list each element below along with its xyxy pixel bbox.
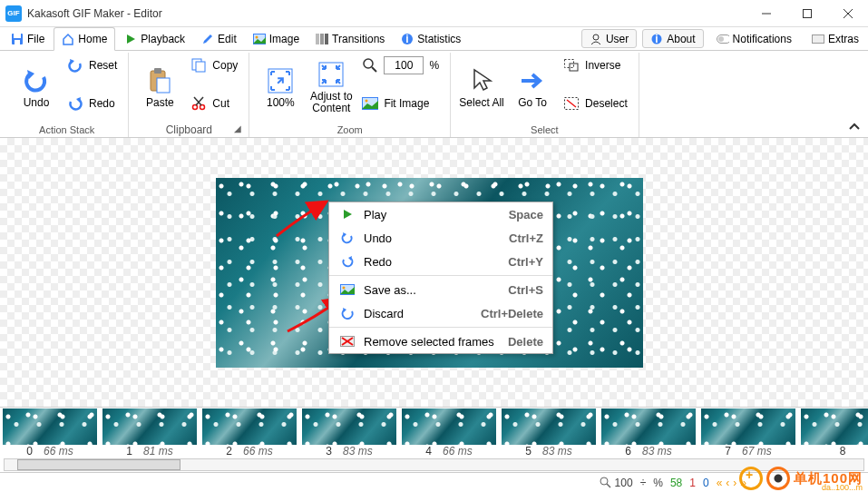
- close-button[interactable]: [827, 0, 868, 27]
- ctx-discard-label: Discard: [364, 307, 481, 320]
- frame-thumb[interactable]: 1 81 ms: [100, 408, 200, 458]
- status-divider: ÷: [640, 477, 647, 489]
- minimize-button[interactable]: [746, 0, 786, 27]
- magnifier-icon: [362, 57, 378, 74]
- copy-icon: [190, 57, 207, 74]
- ctx-play-label: Play: [364, 208, 509, 221]
- cut-button[interactable]: Cut: [187, 93, 241, 114]
- transitions-icon: [316, 33, 328, 45]
- svg-text:i: i: [406, 33, 409, 45]
- frame-thumb[interactable]: 8: [798, 408, 868, 458]
- deselect-button[interactable]: Deselect: [560, 93, 631, 114]
- ctx-separator: [329, 275, 552, 276]
- svg-rect-24: [196, 62, 205, 72]
- app-icon: GIF: [5, 5, 22, 22]
- ctx-redo[interactable]: RedoCtrl+Y: [329, 250, 552, 273]
- ctx-play[interactable]: PlaySpace: [329, 202, 552, 226]
- frame-thumb[interactable]: 0 66 ms: [0, 408, 100, 458]
- frame-duration: 83 ms: [343, 445, 373, 458]
- ctx-undo-shortcut: Ctrl+Z: [509, 231, 543, 245]
- tab-file-label: File: [27, 33, 44, 45]
- user-button[interactable]: User: [581, 29, 637, 48]
- tab-file[interactable]: File: [4, 27, 52, 50]
- frame-duration: 67 ms: [742, 445, 772, 458]
- frame-thumb[interactable]: 6 83 ms: [599, 408, 698, 458]
- frame-duration: 83 ms: [642, 445, 672, 458]
- extras-button[interactable]: Extras: [805, 29, 866, 48]
- play-icon: [124, 33, 137, 45]
- zoom-100-button[interactable]: 100%: [257, 54, 304, 120]
- zoom-row: %: [358, 54, 443, 76]
- redo-icon: [67, 95, 83, 112]
- fit-image-label: Fit Image: [384, 97, 429, 110]
- zoom-100-label: 100%: [267, 97, 295, 109]
- group-zoom: 100% Adjust to Content % Fit Image Zoom: [249, 53, 451, 137]
- paste-button[interactable]: Paste: [136, 54, 183, 120]
- frame-thumb[interactable]: 7 67 ms: [698, 408, 798, 458]
- prev-button[interactable]: ‹: [726, 477, 729, 489]
- svg-rect-9: [316, 34, 319, 44]
- clipboard-launcher[interactable]: ◢: [234, 122, 241, 136]
- tab-playback-label: Playback: [141, 33, 185, 45]
- maximize-button[interactable]: [786, 0, 827, 27]
- fit-image-button[interactable]: Fit Image: [358, 93, 443, 114]
- undo-button[interactable]: Undo: [13, 54, 60, 120]
- scrollbar-thumb[interactable]: [17, 459, 180, 470]
- remove-icon: [338, 334, 356, 349]
- ctx-redo-label: Redo: [364, 255, 508, 269]
- status-bar: 100 ÷ % 58 1 0 « ‹ › »: [0, 472, 868, 492]
- tab-transitions[interactable]: Transitions: [308, 27, 392, 50]
- frame-index: 2: [226, 445, 232, 458]
- group-clipboard-label: Clipboard: [166, 123, 212, 136]
- svg-rect-19: [812, 34, 824, 43]
- frame-thumbnail-image: [801, 408, 868, 445]
- redo-button[interactable]: Redo: [63, 93, 121, 114]
- tab-statistics[interactable]: iStatistics: [394, 27, 468, 50]
- notifications-button[interactable]: Notifications: [709, 29, 799, 48]
- svg-point-14: [593, 34, 599, 40]
- status-zoom[interactable]: 100: [600, 477, 633, 489]
- next-button[interactable]: ›: [733, 477, 736, 489]
- frame-index: 1: [126, 445, 132, 458]
- next-all-button[interactable]: »: [740, 477, 746, 489]
- context-menu: PlaySpace UndoCtrl+Z RedoCtrl+Y Save as.…: [328, 202, 553, 354]
- about-button[interactable]: iAbout: [642, 29, 703, 48]
- zoom-input[interactable]: [384, 56, 424, 74]
- frame-duration: 81 ms: [143, 445, 173, 458]
- ctx-undo-label: Undo: [364, 231, 509, 245]
- extras-label: Extras: [828, 33, 859, 45]
- tab-home[interactable]: Home: [54, 27, 115, 51]
- copy-button[interactable]: Copy: [187, 54, 241, 76]
- goto-button[interactable]: Go To: [509, 54, 556, 120]
- info-icon: i: [401, 33, 414, 45]
- tab-edit-label: Edit: [218, 33, 237, 45]
- ctx-undo[interactable]: UndoCtrl+Z: [329, 226, 552, 250]
- prev-all-button[interactable]: «: [717, 477, 723, 489]
- tab-image[interactable]: Image: [246, 27, 307, 50]
- undo-icon: [22, 66, 51, 95]
- select-all-button[interactable]: Select All: [458, 54, 505, 120]
- tab-playback[interactable]: Playback: [117, 27, 192, 50]
- svg-rect-6: [15, 40, 20, 44]
- ctx-remove-frames[interactable]: Remove selected framesDelete: [329, 330, 552, 353]
- adjust-content-button[interactable]: Adjust to Content: [307, 54, 355, 120]
- inverse-button[interactable]: Inverse: [560, 54, 631, 76]
- svg-rect-36: [570, 64, 578, 71]
- frame-thumb[interactable]: 5 83 ms: [499, 408, 599, 458]
- frame-duration: 83 ms: [542, 445, 572, 458]
- ctx-discard[interactable]: DiscardCtrl+Delete: [329, 301, 552, 325]
- ctx-saveas[interactable]: Save as...Ctrl+S: [329, 278, 552, 301]
- frames-strip[interactable]: 0 66 ms 1 81 ms 2 66 ms 3 83 ms 4 66 ms …: [0, 407, 868, 458]
- frame-thumb[interactable]: 3 83 ms: [299, 408, 399, 458]
- redo-label: Redo: [89, 97, 115, 110]
- svg-rect-21: [154, 68, 161, 74]
- svg-point-31: [364, 59, 373, 68]
- window-title: Kakasoft GIF Maker - Editor: [27, 7, 162, 20]
- frames-scrollbar[interactable]: [4, 458, 864, 471]
- about-label: About: [667, 33, 695, 45]
- frame-thumb[interactable]: 2 66 ms: [200, 408, 299, 458]
- reset-button[interactable]: Reset: [63, 54, 121, 76]
- tab-edit[interactable]: Edit: [194, 27, 244, 50]
- collapse-ribbon-button[interactable]: [848, 119, 861, 133]
- frame-thumb[interactable]: 4 66 ms: [399, 408, 499, 458]
